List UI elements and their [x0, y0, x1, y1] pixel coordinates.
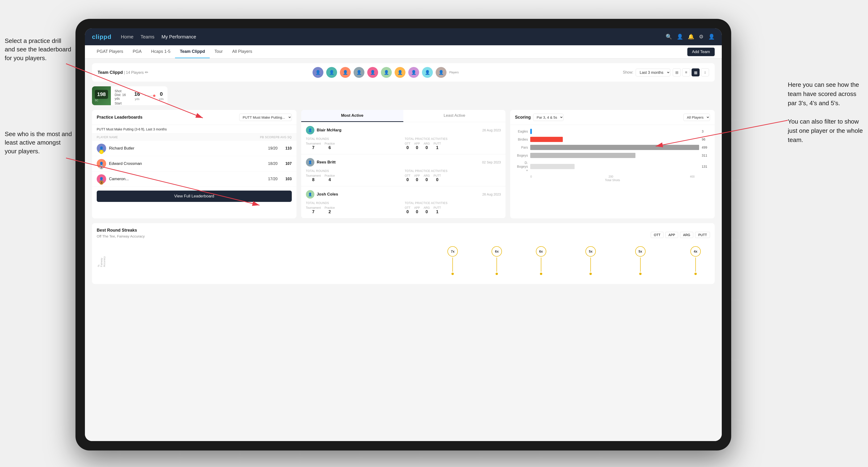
- activity-player-1: 👤 Blair McHarg: [306, 126, 342, 134]
- metric-2: 0 yds: [159, 91, 164, 101]
- tab-pgat[interactable]: PGAT Players: [92, 45, 128, 58]
- scoring-title: Scoring: [515, 115, 531, 120]
- tab-team-clippd[interactable]: Team Clippd: [175, 45, 210, 58]
- activity-date-3: 26 Aug 2023: [483, 192, 501, 196]
- tab-most-active[interactable]: Most Active: [301, 110, 403, 122]
- activity-avatar-2: 👤: [306, 158, 314, 166]
- chart-bar-container: [530, 153, 700, 158]
- streak-line: [590, 257, 591, 272]
- chart-bar-container: [530, 137, 700, 142]
- team-header: Team Clippd | 14 Players ✏ 👤 👤 👤 👤 👤 👤 👤…: [92, 63, 715, 82]
- main-content: Team Clippd | 14 Players ✏ 👤 👤 👤 👤 👤 👤 👤…: [85, 59, 722, 441]
- streak-line: [497, 257, 497, 272]
- rank-badge-silver: 2: [99, 165, 103, 169]
- player-info-2: 👤 2 Edward Crossman: [97, 159, 261, 168]
- rank-badge-bronze: 3: [99, 181, 103, 185]
- nav-link-myperformance[interactable]: My Performance: [161, 33, 196, 41]
- nav-link-teams[interactable]: Teams: [141, 33, 154, 41]
- table-row: 👤 3 Cameron... 17/20 103: [92, 172, 297, 187]
- edit-icon[interactable]: ✏: [145, 70, 148, 75]
- chart-footer: Total Shots: [515, 178, 710, 185]
- streak-arg-btn[interactable]: ARG: [680, 232, 693, 238]
- chart-value: 311: [702, 154, 710, 157]
- team-title-group: Team Clippd | 14 Players ✏: [98, 70, 148, 75]
- table-view-btn[interactable]: ↕: [701, 68, 709, 76]
- tab-hcaps[interactable]: Hcaps 1-5: [146, 45, 175, 58]
- rounds-stats-3: Tournament 7 Practice 2: [306, 206, 402, 214]
- drill-select[interactable]: PUTT Must Make Putting...: [239, 114, 292, 121]
- activity-avatar-3: 👤: [306, 190, 314, 198]
- add-team-button[interactable]: Add Team: [687, 48, 715, 56]
- table-row: 👤 2 Edward Crossman 18/20 107: [92, 156, 297, 172]
- pb-score-3: 17/20: [264, 177, 278, 181]
- leaderboard-header: Practice Leaderboards PUTT Must Make Put…: [92, 110, 297, 125]
- bell-icon[interactable]: 🔔: [688, 34, 694, 40]
- streak-bubble: 6x: [492, 246, 502, 257]
- best-rounds-title: Best Round Streaks: [97, 228, 145, 233]
- chart-label: Eagles: [515, 129, 528, 133]
- streak-app-btn[interactable]: APP: [665, 232, 678, 238]
- total-rounds-group-2: Total Rounds Tournament 8 Practice 4: [306, 169, 402, 182]
- avatar[interactable]: 👤: [422, 67, 433, 78]
- avatar[interactable]: 👤: [395, 67, 405, 78]
- col-pb: PB SCORE: [260, 135, 276, 139]
- player-name-3: Cameron...: [109, 177, 129, 181]
- navbar: clippd Home Teams My Performance 🔍 👤 🔔 ⚙…: [85, 28, 722, 45]
- grid-view-btn[interactable]: ⊞: [673, 68, 681, 76]
- tab-tour[interactable]: Tour: [210, 45, 227, 58]
- tab-all-players[interactable]: All Players: [227, 45, 257, 58]
- activity-name-2: Rees Britt: [317, 160, 336, 165]
- shot-card: 198 SC Shot Dist: 16 yds Start Lie: Roug…: [92, 86, 167, 105]
- leaderboard-title: Practice Leaderboards: [97, 115, 143, 120]
- practice-activities-group: Total Practice Activities OTT 0 APP 0: [405, 137, 501, 150]
- list-view-btn[interactable]: ≡: [682, 68, 690, 76]
- content-grid: Practice Leaderboards PUTT Must Make Put…: [92, 110, 715, 218]
- streak-putt-btn[interactable]: PUTT: [695, 232, 710, 238]
- avatar[interactable]: 👤: [367, 67, 378, 78]
- total-rounds-group: Total Rounds Tournament 7 Practice 6: [306, 137, 402, 150]
- best-rounds-subtitle: Off The Tee, Fairway Accuracy: [97, 234, 145, 238]
- avatar[interactable]: 👤: [436, 67, 446, 78]
- nav-link-home[interactable]: Home: [121, 33, 133, 41]
- show-select[interactable]: Last 3 months: [636, 69, 670, 76]
- streak-ott-btn[interactable]: OTT: [651, 232, 663, 238]
- player-name-2: Edward Crossman: [109, 161, 142, 166]
- streak-bubble: 5x: [635, 246, 646, 257]
- activity-date-2: 02 Sep 2023: [482, 160, 501, 164]
- avatar[interactable]: 👤: [353, 67, 365, 78]
- scoring-player-select[interactable]: All Players: [683, 114, 710, 121]
- chart-bar-container: [530, 129, 700, 134]
- person-icon[interactable]: 👤: [677, 34, 683, 40]
- streak-dot: [639, 273, 642, 275]
- avatar[interactable]: 👤: [340, 67, 351, 78]
- tab-pga[interactable]: PGA: [128, 45, 146, 58]
- avatar[interactable]: 👤: [408, 67, 419, 78]
- active-panel: Most Active Least Active 👤 Blair McHarg …: [301, 110, 506, 218]
- activity-player-3: 👤 Josh Coles: [306, 190, 338, 198]
- avatar[interactable]: 👤: [326, 67, 337, 78]
- streak-bubble: 4x: [690, 246, 701, 257]
- player-name-1: Richard Butler: [109, 146, 134, 151]
- streak-line: [453, 257, 453, 272]
- chart-value: 499: [702, 146, 710, 149]
- settings-icon[interactable]: ⚙: [699, 34, 704, 40]
- tab-least-active[interactable]: Least Active: [403, 110, 505, 122]
- shot-detail-1: Shot Dist: 16 yds: [115, 89, 127, 100]
- avatar-icon[interactable]: 👤: [708, 34, 715, 40]
- table-row: 👤 ⭐ Richard Butler 19/20 110: [92, 141, 297, 156]
- nav-links: Home Teams My Performance: [121, 33, 656, 41]
- player-info-3: 👤 3 Cameron...: [97, 174, 261, 184]
- total-rounds-group-3: Total Rounds Tournament 7 Practice 2: [306, 201, 402, 214]
- activity-stats-1: Total Rounds Tournament 7 Practice 6: [306, 137, 501, 150]
- view-full-leaderboard-button[interactable]: View Full Leaderboard: [97, 191, 292, 202]
- card-view-btn[interactable]: ▦: [691, 68, 700, 76]
- search-icon[interactable]: 🔍: [665, 34, 672, 40]
- activity-stats-2: Total Rounds Tournament 8 Practice 4: [306, 169, 501, 182]
- scoring-par-filter[interactable]: Par 3, 4 & 5s: [533, 114, 563, 121]
- avatar[interactable]: 👤: [312, 67, 323, 78]
- avatar[interactable]: 👤: [381, 67, 392, 78]
- chart-bar-dbogeys: [530, 164, 575, 169]
- streak-bubble: 7x: [447, 246, 458, 257]
- avg-sq-1: 110: [280, 146, 292, 151]
- activity-header-3: 👤 Josh Coles 26 Aug 2023: [306, 190, 501, 198]
